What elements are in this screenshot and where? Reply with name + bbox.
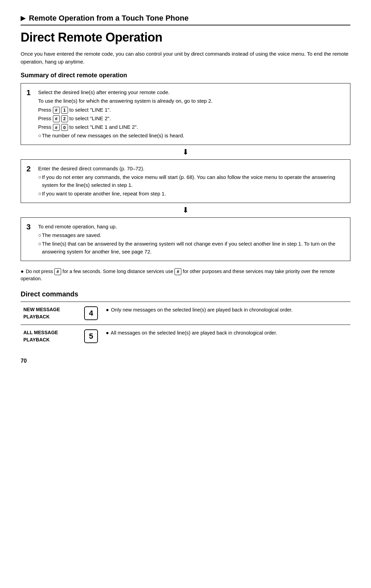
step-1-content: Select the desired line(s) after enterin… — [38, 88, 345, 140]
note-text-2: for a few seconds. Some long distance se… — [63, 269, 175, 274]
command-2-label2: PLAYBACK — [23, 337, 50, 342]
two-key-1: 2 — [61, 115, 68, 122]
step-1-select-line1: to select "LINE 1". — [69, 107, 111, 113]
top-divider — [21, 25, 350, 25]
arrow-down-icon-2: ⬇ — [182, 206, 189, 215]
command-1-label: NEW MESSAGE PLAYBACK — [21, 302, 79, 325]
step-2-bullet-1-text: If you do not enter any commands, the vo… — [42, 173, 345, 189]
intro-text: Once you have entered the remote code, y… — [21, 50, 350, 66]
step-1-line5: Press # 0 to select "LINE 1 and LINE 2". — [38, 123, 345, 131]
step-2-content: Enter the desired direct commands (p. 70… — [38, 165, 345, 198]
step-1-select-both: to select "LINE 1 and LINE 2". — [69, 124, 138, 130]
step-1-line3: Press # 1 to select "LINE 1". — [38, 106, 345, 114]
command-1-key: 4 — [84, 306, 98, 320]
step-3-box: 3 To end remote operation, hang up. ○ Th… — [21, 217, 350, 261]
command-2-label: ALL MESSAGE PLAYBACK — [21, 325, 79, 348]
step-3-bullet-1-text: The messages are saved. — [42, 231, 101, 239]
page-number: 70 — [21, 358, 350, 364]
command-1-desc: ● Only new messages on the selected line… — [103, 302, 350, 325]
command-1-desc-text: Only new messages on the selected line(s… — [111, 307, 293, 313]
command-2-key-cell: 5 — [79, 325, 103, 348]
step-1-box: 1 Select the desired line(s) after enter… — [21, 83, 350, 145]
hash-key-3: # — [53, 124, 60, 131]
press-label-2: Press — [38, 115, 51, 121]
section-arrow-icon: ▶ — [21, 14, 25, 22]
command-1-label1: NEW MESSAGE — [23, 307, 60, 312]
step-1-bullet-text: The number of new messages on the select… — [42, 132, 184, 139]
arrow-down-icon-1: ⬇ — [182, 148, 189, 157]
step-3-bullet-1: ○ The messages are saved. — [38, 231, 345, 239]
step-2-header: 2 Enter the desired direct commands (p. … — [26, 165, 345, 198]
command-row-1: NEW MESSAGE PLAYBACK 4 ● Only new messag… — [21, 302, 350, 325]
step-1-main: Select the desired line(s) after enterin… — [38, 88, 345, 96]
commands-table: NEW MESSAGE PLAYBACK 4 ● Only new messag… — [21, 302, 350, 348]
step-2-bullet-2-text: If you want to operate another line, rep… — [42, 190, 166, 197]
step-3-bullet-2-text: The line(s) that can be answered by the … — [42, 240, 345, 256]
step-1-bullet: ○ The number of new messages on the sele… — [38, 132, 345, 139]
step-3-main: To end remote operation, hang up. — [38, 223, 345, 230]
section-header: ▶ Remote Operation from a Touch Tone Pho… — [21, 14, 350, 23]
step-2-bullet-2: ○ If you want to operate another line, r… — [38, 190, 345, 197]
step-2-box: 2 Enter the desired direct commands (p. … — [21, 159, 350, 203]
note-hash-key-1: # — [54, 268, 61, 275]
press-label-3: Press — [38, 124, 51, 130]
step-2-main: Enter the desired direct commands (p. 70… — [38, 165, 345, 172]
commands-title: Direct commands — [21, 290, 350, 298]
steps-container: 1 Select the desired line(s) after enter… — [21, 83, 350, 261]
hash-key-1: # — [53, 107, 60, 114]
note-text-1: Do not press — [26, 269, 54, 274]
zero-key-1: 0 — [61, 124, 68, 131]
step-1-line4: Press # 2 to select "LINE 2". — [38, 114, 345, 122]
hash-key-2: # — [53, 115, 60, 122]
step-2-number: 2 — [26, 165, 35, 173]
command-1-label2: PLAYBACK — [23, 314, 50, 319]
command-2-label1: ALL MESSAGE — [23, 330, 58, 335]
step-1-number: 1 — [26, 88, 35, 97]
page-title: Direct Remote Operation — [21, 30, 350, 45]
step-3-header: 3 To end remote operation, hang up. ○ Th… — [26, 223, 345, 256]
command-2-desc: ● All messages on the selected line(s) a… — [103, 325, 350, 348]
arrow-down-1: ⬇ — [21, 145, 350, 159]
press-label-1: Press — [38, 107, 51, 113]
command-row-2: ALL MESSAGE PLAYBACK 5 ● All messages on… — [21, 325, 350, 348]
summary-subtitle: Summary of direct remote operation — [21, 72, 350, 79]
step-3-content: To end remote operation, hang up. ○ The … — [38, 223, 345, 256]
step-1-line2: To use the line(s) for which the answeri… — [38, 97, 345, 105]
step-2-bullet-1: ○ If you do not enter any commands, the … — [38, 173, 345, 189]
note-section: ● Do not press # for a few seconds. Some… — [21, 267, 350, 283]
command-2-key: 5 — [84, 329, 98, 343]
arrow-down-2: ⬇ — [21, 203, 350, 217]
step-1-select-line2: to select "LINE 2". — [69, 115, 111, 121]
command-1-key-cell: 4 — [79, 302, 103, 325]
step-3-number: 3 — [26, 223, 35, 231]
section-header-title: Remote Operation from a Touch Tone Phone — [29, 14, 189, 23]
command-2-desc-text: All messages on the selected line(s) are… — [111, 330, 277, 336]
step-1-header: 1 Select the desired line(s) after enter… — [26, 88, 345, 140]
one-key-1: 1 — [61, 107, 68, 114]
step-3-bullet-2: ○ The line(s) that can be answered by th… — [38, 240, 345, 256]
note-hash-key-2: # — [175, 268, 181, 275]
